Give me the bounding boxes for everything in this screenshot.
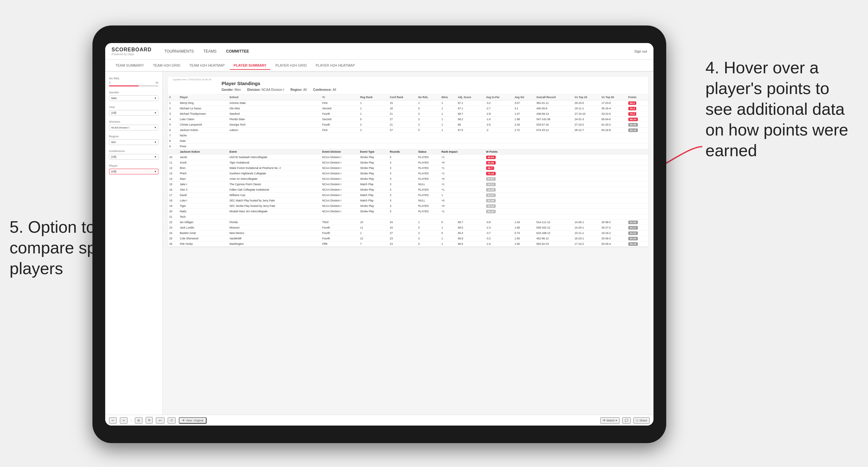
toolbar-feedback[interactable]: 💬	[622, 417, 631, 424]
cell-points[interactable]: 70.2	[627, 111, 648, 117]
meta-gender: Gender: Men	[221, 88, 241, 92]
meta-region: Region: All	[290, 88, 307, 92]
cell-yr: Second	[321, 117, 359, 122]
sidebar-gender-select[interactable]: Men ▾	[109, 95, 158, 101]
cell-reg-rank: 2	[359, 127, 388, 133]
col-yr: Yr	[321, 94, 359, 100]
col-vs50: Vs Top 50	[600, 94, 627, 100]
cell-record: 533-57-16	[535, 122, 573, 127]
cell-conf-rank: 18	[388, 106, 416, 111]
cell-wins: 1	[440, 100, 456, 106]
nav-teams[interactable]: TEAMS	[204, 48, 216, 55]
sidebar-label-year: Year	[109, 105, 158, 109]
annotation-right: 4. Hover over a player's points to see a…	[706, 57, 859, 161]
cell-yr: Fourth	[321, 111, 359, 117]
cell-to-par: -3.2	[485, 100, 513, 106]
sidebar-division-select[interactable]: NCAA Division I ▾	[109, 125, 158, 130]
tab-team-h2h-heatmap[interactable]: TEAM H2H HEATMAP	[186, 62, 228, 69]
sidebar-group-region: Region N/A ▾	[109, 135, 158, 145]
nav-tournaments[interactable]: TOURNAMENTS	[164, 48, 194, 55]
cell-rds: 2	[416, 122, 440, 127]
table-row: 14 Marc Amer An Intercollegiate NCAA Div…	[168, 176, 648, 182]
share-label: Share	[640, 419, 647, 422]
cell-rank: 5	[168, 122, 178, 127]
cell-points[interactable]: 88.34	[627, 117, 648, 122]
nav-committee[interactable]: COMMITTEE	[226, 48, 249, 55]
tab-player-summary[interactable]: PLAYER SUMMARY	[230, 62, 270, 70]
sidebar-group-no-rds: No Rds. 4 52	[109, 77, 158, 86]
cell-points[interactable]: 68.18	[627, 127, 648, 133]
cell-points[interactable]: 80.89	[627, 122, 648, 127]
sidebar-label-region: Region	[109, 135, 158, 138]
toolbar-separator-btn[interactable]: ≡+	[156, 417, 164, 424]
meta-conference: Conference: All	[313, 88, 336, 92]
cell-points[interactable]: 88.2	[627, 100, 648, 106]
sidebar-region-select[interactable]: N/A ▾	[109, 139, 158, 145]
table-row: 19 Tiger SEC Stroke Play hosted by Jerry…	[168, 204, 648, 209]
toolbar-copy[interactable]: ⧉	[146, 417, 153, 424]
table-wrapper: # Player School Yr Reg Rank Conf Rank No…	[168, 94, 648, 247]
sidebar-group-player: Player (All) ▾	[109, 164, 158, 175]
cell-vs50: 50-16-8	[600, 127, 627, 133]
cell-rds: 2	[416, 117, 440, 122]
sidebar-group-gender: Gender Men ▾	[109, 91, 158, 101]
table-row: 9 Prest	[168, 144, 648, 149]
sidebar-group-division: Division NCAA Division I ▾	[109, 120, 158, 130]
sidebar-conference-select[interactable]: (All) ▾	[109, 154, 158, 160]
cell-adj-score: 68.7	[456, 111, 484, 117]
cell-player: Michael La Sasso	[178, 106, 228, 111]
brand: SCOREBOARD Powered by clippi	[112, 47, 152, 56]
toolbar-zoom-fit[interactable]: ⊞	[135, 417, 143, 424]
cell-wins: 1	[440, 106, 456, 111]
table-row: 8 Mats	[168, 138, 648, 144]
cell-record: 547-142-38	[535, 117, 573, 122]
toolbar-redo[interactable]: ↪	[120, 417, 127, 424]
sidebar-label-gender: Gender	[109, 91, 158, 94]
cell-vs25: 27-10-2	[573, 122, 600, 127]
cell-vs25: 27-10-10	[573, 111, 600, 117]
cell-rds: 0	[416, 127, 440, 133]
col-points: Points	[627, 94, 648, 100]
cell-wins: 1	[440, 127, 456, 133]
card-header: Player Standings Gender: Men Division: N…	[216, 77, 648, 94]
cell-record: 381-01-11	[535, 100, 573, 106]
cell-vs25: 28-12-7	[573, 127, 600, 133]
standings-table: # Player School Yr Reg Rank Conf Rank No…	[168, 94, 648, 247]
cell-to-par: -2.8	[485, 111, 513, 117]
no-rds-slider[interactable]	[109, 86, 158, 86]
tab-team-summary[interactable]: TEAM SUMMARY	[112, 62, 148, 69]
cell-school: Arizona State	[228, 100, 321, 106]
watch-label: Watch	[607, 419, 615, 422]
cell-to-par: -2.7	[485, 106, 513, 111]
cell-player: Michael Thorbjornsen	[178, 111, 228, 117]
cell-yr: First	[321, 127, 359, 133]
toolbar-watch[interactable]: 👁 Watch ▾	[600, 417, 620, 424]
toolbar-view-original[interactable]: 👁 View: Original	[179, 417, 207, 424]
cell-adj-score: 68.2	[456, 117, 484, 122]
cell-vs50: 33-22-0	[600, 111, 627, 117]
table-row: 17 David Williams Cup NCAA Division I Ma…	[168, 192, 648, 198]
tab-team-h2h-grid[interactable]: TEAM H2H GRID	[149, 62, 184, 69]
cell-conf-rank: 27	[388, 127, 416, 133]
table-row: 16 Alex C Fallen Oak Collegiate Invitati…	[168, 187, 648, 192]
tab-player-h2h-grid[interactable]: PLAYER H2H GRID	[272, 62, 310, 69]
toolbar-share[interactable]: ⬡ Share	[633, 417, 650, 424]
cell-adj-score: 67.1	[456, 100, 484, 106]
tab-player-h2h-heatmap[interactable]: PLAYER H2H HEATMAP	[312, 62, 359, 69]
toolbar-right: 👁 Watch ▾ 💬 ⬡ Share	[600, 417, 650, 424]
cell-points[interactable]: 76.3	[627, 106, 648, 111]
sidebar-group-conference: Conference (All) ▾	[109, 150, 158, 160]
sidebar-year-select[interactable]: (All) ▾	[109, 110, 158, 116]
toolbar-undo[interactable]: ↩	[109, 417, 117, 424]
toolbar-clock[interactable]: ⏱	[168, 417, 176, 424]
table-row: 1 Wenyi Ding Arizona State First 1 15 1 …	[168, 100, 648, 106]
sidebar-group-year: Year (All) ▾	[109, 105, 158, 116]
cell-player: Wenyi Ding	[178, 100, 228, 106]
nav-sign-out[interactable]: Sign out	[634, 50, 647, 53]
cell-conf-rank: 27	[388, 117, 416, 122]
col-rank: #	[168, 94, 178, 100]
cell-yr: First	[321, 100, 359, 106]
cell-conf-rank: 15	[388, 100, 416, 106]
sidebar-player-select[interactable]: (All) ▾	[109, 168, 158, 175]
cell-yr: Second	[321, 106, 359, 111]
